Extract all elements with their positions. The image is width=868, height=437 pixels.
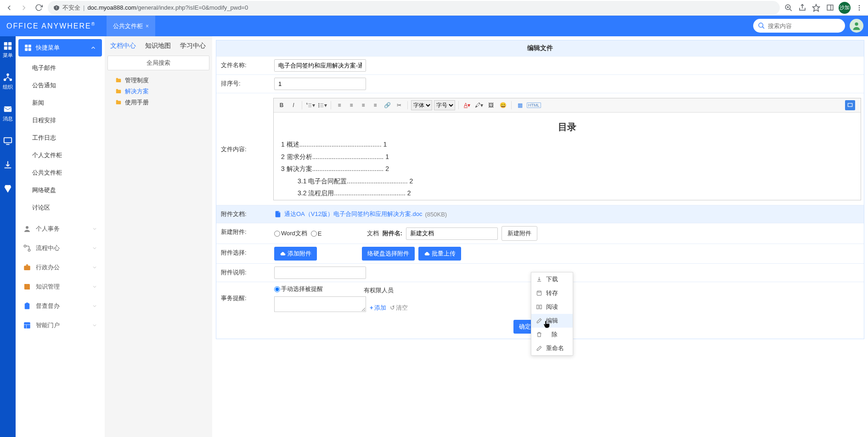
reminder-people-input[interactable] [274, 296, 366, 312]
bold-icon[interactable]: B [276, 100, 287, 110]
sort-input[interactable] [274, 78, 366, 90]
address-bar[interactable]: 不安全 | doc.myoa888.com/general/index.php?… [48, 1, 780, 15]
rail-monitor[interactable] [3, 136, 13, 146]
star-icon[interactable] [811, 3, 821, 13]
svg-point-13 [855, 23, 858, 26]
tab-doc-center[interactable]: 文档中心 [110, 42, 136, 50]
svg-point-30 [28, 249, 30, 251]
tree-item[interactable]: 解决方案 [107, 86, 209, 97]
ctx-save-as[interactable]: 转存 [531, 286, 573, 300]
insecure-icon [53, 5, 60, 11]
attachment-link[interactable]: 通达OA（V12版）电子合同签约和应用解决方案.doc (850KB) [274, 210, 447, 218]
tree-item[interactable]: 管理制度 [107, 75, 209, 86]
sidebar-item-email[interactable]: 电子邮件 [18, 59, 102, 77]
emoji-icon[interactable]: 😀 [498, 100, 508, 110]
sidebar-cat-supervise[interactable]: 督查督办 [18, 296, 102, 316]
font-color-icon[interactable]: A▾ [462, 100, 472, 110]
image-icon[interactable]: 🖼 [486, 100, 496, 110]
main-content: 编辑文件 文件名称: 排序号: 文件内容: B I 1▾ [212, 36, 868, 437]
sidebar-cat-personal[interactable]: 个人事务 [18, 219, 102, 238]
global-search-button[interactable]: 全局搜索 [107, 56, 209, 70]
radio-word[interactable]: Word文档 [274, 229, 307, 238]
share-icon[interactable] [797, 3, 807, 13]
reload-icon[interactable] [33, 2, 44, 13]
sidebar-item-schedule[interactable]: 日程安排 [18, 112, 102, 129]
sidebar-cat-admin[interactable]: 行政办公 [18, 258, 102, 277]
align-left-icon[interactable]: ≡ [334, 100, 344, 110]
close-icon[interactable]: × [146, 23, 149, 29]
table-icon[interactable]: ▦ [515, 100, 525, 110]
svg-rect-32 [25, 303, 30, 309]
edit-icon [536, 318, 542, 324]
ctx-read[interactable]: 阅读 [531, 300, 573, 314]
sidebar-item-notice[interactable]: 公告通知 [18, 77, 102, 94]
rail-menu[interactable]: 菜单 [3, 41, 13, 59]
rail-theme[interactable] [3, 184, 13, 194]
font-select[interactable]: 字体 [411, 100, 432, 110]
sidebar-item-news[interactable]: 新闻 [18, 94, 102, 112]
ctx-download[interactable]: 下载 [531, 272, 573, 286]
tab-public-cabinet[interactable]: 公共文件柜 × [107, 16, 155, 36]
search-input[interactable] [753, 19, 845, 33]
rail-msg[interactable]: 消息 [3, 104, 13, 122]
rail-download[interactable] [3, 160, 13, 170]
sidebar-item-personal-cabinet[interactable]: 个人文件柜 [18, 147, 102, 164]
att-name-label: 附件名: [383, 229, 402, 238]
add-attachment-button[interactable]: 添加附件 [274, 247, 317, 261]
tree-item[interactable]: 使用手册 [107, 97, 209, 108]
unlink-icon[interactable]: ✂ [394, 100, 404, 110]
ol-icon[interactable]: 1▾ [305, 100, 316, 110]
ctx-rename[interactable]: 重命名 [531, 341, 573, 355]
panel-icon[interactable] [825, 3, 835, 13]
svg-point-11 [759, 23, 763, 27]
link-icon[interactable]: 🔗 [382, 100, 392, 110]
user-avatar[interactable] [850, 19, 863, 33]
editor-body[interactable]: 目录 1 概述.................................… [274, 113, 861, 200]
url-text: doc.myoa888.com/general/index.php?isIE=0… [87, 4, 248, 11]
clear-link[interactable]: ↺清空 [390, 304, 408, 312]
align-right-icon[interactable]: ≡ [358, 100, 368, 110]
forward-icon[interactable] [18, 2, 29, 13]
sidebar-item-netdisk[interactable]: 网络硬盘 [18, 182, 102, 199]
add-link[interactable]: +添加 [370, 304, 386, 312]
html-source-button[interactable]: HTML [527, 102, 541, 108]
tab-knowledge-map[interactable]: 知识地图 [145, 42, 171, 50]
sidebar-item-forum[interactable]: 讨论区 [18, 199, 102, 216]
svg-rect-6 [827, 5, 833, 10]
sidebar-cat-knowledge[interactable]: 知识管理 [18, 277, 102, 296]
attachment-desc-input[interactable] [274, 267, 366, 279]
label-content: 文件内容: [216, 141, 271, 158]
profile-avatar[interactable]: 沙加 [839, 2, 851, 14]
sidebar-cat-workflow[interactable]: 流程中心 [18, 238, 102, 258]
sidebar-item-public-cabinet[interactable]: 公共文件柜 [18, 164, 102, 182]
align-center-icon[interactable]: ≡ [346, 100, 356, 110]
fullscreen-icon[interactable] [845, 100, 855, 110]
rail-org[interactable]: 组织 [3, 73, 13, 91]
tab-learning-center[interactable]: 学习中心 [180, 42, 206, 50]
netdisk-select-button[interactable]: 络硬盘选择附件 [362, 247, 415, 261]
chevron-down-icon [92, 265, 97, 270]
header-search [753, 19, 845, 33]
bg-color-icon[interactable]: 🖍▾ [474, 100, 484, 110]
ctx-delete[interactable]: 除 [531, 328, 573, 341]
batch-upload-button[interactable]: 批量上传 [418, 247, 461, 261]
ul-icon[interactable]: ▾ [317, 100, 327, 110]
align-justify-icon[interactable]: ≡ [370, 100, 380, 110]
new-attachment-button[interactable]: 新建附件 [502, 226, 537, 241]
sidebar-quickmenu-header[interactable]: 快捷菜单 [18, 39, 102, 57]
sidebar-item-worklog[interactable]: 工作日志 [18, 129, 102, 147]
radio-excel[interactable]: E [311, 230, 322, 237]
italic-icon[interactable]: I [288, 100, 299, 110]
ctx-edit[interactable]: 编辑 [531, 314, 573, 328]
radio-manual[interactable]: 手动选择被提醒 [274, 285, 323, 293]
cloud-up-icon [424, 251, 430, 257]
rail-label: 消息 [3, 115, 13, 122]
sidebar-cat-portal[interactable]: 智能门户 [18, 316, 102, 335]
new-attachment-name-input[interactable] [406, 227, 498, 240]
file-name-input[interactable] [274, 59, 366, 72]
menu-icon[interactable] [854, 3, 864, 13]
back-icon[interactable] [4, 2, 15, 13]
size-select[interactable]: 字号 [434, 100, 455, 110]
person-icon [23, 225, 31, 233]
zoom-icon[interactable] [783, 3, 794, 13]
